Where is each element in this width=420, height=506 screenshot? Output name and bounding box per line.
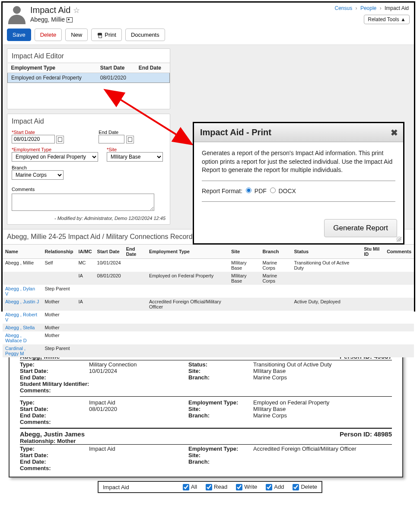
chevron-up-icon: ▲ [401, 16, 406, 22]
modified-note: - Modified by: Administrator, Demo 12/02… [7, 214, 170, 224]
editor-table: Employment Type Start Date End Date Empl… [7, 63, 170, 83]
radio-pdf[interactable]: PDF [246, 188, 267, 194]
start-date-input[interactable] [12, 135, 55, 143]
table-row[interactable]: Cardinal , Peggy MStep Parent [3, 344, 414, 357]
generate-report-button[interactable]: Generate Report [324, 219, 397, 237]
branch-select[interactable]: Marine Corps [12, 170, 64, 180]
avatar [7, 5, 27, 25]
perm-label: Impact Aid [103, 484, 174, 490]
start-date-label: Start Date [12, 130, 64, 135]
perm-delete[interactable]: Delete [293, 484, 317, 490]
col-start: Start Date [97, 63, 135, 73]
calendar-icon[interactable] [56, 136, 64, 143]
permissions-row: Impact Aid All Read Write Add Delete [98, 481, 322, 493]
editor-panel-title: Impact Aid Editor [7, 49, 170, 63]
table-row[interactable]: Abegg , Justin JMotherIAAccredited Forei… [3, 298, 414, 311]
end-date-label: End Date [99, 130, 134, 135]
person-name: Abegg, Millie [30, 16, 410, 23]
save-button[interactable]: Save [7, 29, 31, 41]
print-dialog: Impact Aid - Print ✖ Generates a report … [193, 122, 404, 245]
perm-read[interactable]: Read [206, 484, 227, 490]
perm-all[interactable]: All [183, 484, 197, 490]
documents-button[interactable]: Documents [125, 29, 165, 41]
dialog-text: Generates a report of the person's Impac… [202, 149, 395, 175]
bc-people[interactable]: People [360, 5, 376, 11]
perm-add[interactable]: Add [266, 484, 284, 490]
emp-type-label: Employment Type [12, 147, 98, 152]
editor-panel: Impact Aid Editor Employment Type Start … [7, 48, 170, 109]
printer-icon [97, 33, 103, 38]
close-icon[interactable]: ✖ [391, 127, 398, 138]
radio-docx[interactable]: DOCX [270, 188, 296, 194]
perm-write[interactable]: Write [236, 484, 257, 490]
table-row[interactable]: Abegg , StellaMother [3, 324, 414, 331]
table-row[interactable]: Abegg , Dylan VStep Parent [3, 285, 414, 298]
id-card-icon[interactable] [67, 17, 73, 22]
chevron-right-icon: › [356, 5, 357, 11]
col-end: End Date [135, 63, 170, 73]
bc-current: Impact Aid [385, 5, 409, 11]
chevron-right-icon: › [380, 5, 382, 11]
records-table: Name Relationship IA/MC Start Date End D… [3, 244, 414, 357]
emp-type-select[interactable]: Employed on Federal Property [12, 152, 98, 162]
format-label: Report Format: [202, 188, 242, 194]
end-date-input[interactable] [99, 135, 124, 143]
bc-census[interactable]: Census [335, 5, 353, 11]
table-row[interactable]: Abegg , Robert VMother [3, 311, 414, 324]
records-panel: Abegg, Millie 24-25 Impact Aid / Militar… [3, 229, 414, 357]
new-button[interactable]: New [65, 29, 88, 41]
form-panel-title: Impact Aid [7, 114, 170, 128]
print-button[interactable]: Print [91, 29, 122, 41]
comments-input[interactable] [12, 194, 154, 211]
dialog-title: Impact Aid - Print ✖ [194, 123, 403, 142]
star-icon[interactable]: ☆ [73, 6, 80, 15]
site-select[interactable]: MIlitary Base [107, 152, 163, 162]
editor-row[interactable]: Employed on Federal Property 08/01/2020 [8, 73, 170, 83]
comments-label: Comments [12, 187, 165, 192]
resize-grip[interactable] [396, 236, 401, 242]
branch-label: Branch [12, 165, 64, 170]
table-row[interactable]: IA08/01/2020Employed on Federal Property… [3, 272, 414, 285]
format-row: Report Format: PDF DOCX [202, 187, 395, 196]
site-label: Site [107, 147, 163, 152]
breadcrumb: Census › People › Impact Aid [335, 5, 409, 11]
table-row[interactable]: Abegg , MillieSelfMC10/01/2024MIlitary B… [3, 259, 414, 272]
related-tools-button[interactable]: Related Tools ▲ [364, 15, 410, 24]
table-row[interactable]: Abegg , Wallace DMother [3, 331, 414, 344]
col-emp: Employment Type [8, 63, 97, 73]
delete-button[interactable]: Delete [35, 29, 62, 41]
form-panel: Impact Aid Start Date End Date Employmen… [7, 114, 170, 225]
rep-p2-name: Abegg, Justin James [20, 430, 85, 438]
calendar-icon[interactable] [126, 136, 134, 143]
